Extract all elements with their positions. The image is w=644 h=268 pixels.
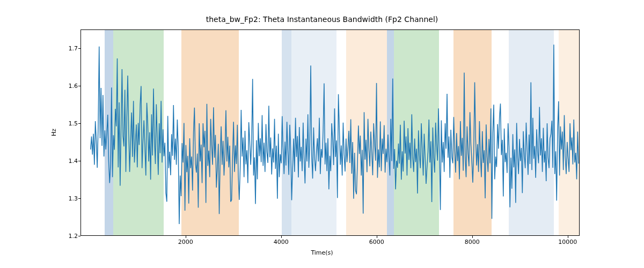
x-tick-label: 4000 xyxy=(274,239,289,245)
x-tick-mark xyxy=(472,236,473,238)
y-tick-label: 1.3 xyxy=(64,195,78,202)
y-tick-mark xyxy=(78,198,80,199)
y-tick-mark xyxy=(78,48,80,49)
y-tick-mark xyxy=(78,86,80,86)
y-tick-label: 1.7 xyxy=(64,45,78,52)
x-tick-label: 10000 xyxy=(558,239,577,245)
x-axis-label: Time(s) xyxy=(0,249,644,256)
x-tick-mark xyxy=(568,236,568,238)
y-tick-mark xyxy=(78,161,80,161)
y-tick-label: 1.6 xyxy=(64,83,78,90)
line-path xyxy=(91,44,579,224)
x-tick-label: 8000 xyxy=(465,239,480,245)
y-tick-label: 1.2 xyxy=(64,233,78,240)
x-tick-mark xyxy=(377,236,377,238)
x-tick-label: 2000 xyxy=(178,239,193,245)
chart-title: theta_bw_Fp2: Theta Instantaneous Bandwi… xyxy=(0,15,644,24)
y-tick-mark xyxy=(78,236,80,236)
x-tick-label: 6000 xyxy=(369,239,384,245)
y-tick-label: 1.5 xyxy=(64,120,78,127)
line-series xyxy=(81,30,579,235)
y-tick-label: 1.4 xyxy=(64,158,78,165)
figure: theta_bw_Fp2: Theta Instantaneous Bandwi… xyxy=(0,0,644,268)
y-axis-label: Hz xyxy=(50,129,57,136)
x-tick-mark xyxy=(281,236,282,238)
y-tick-mark xyxy=(78,123,80,124)
x-tick-mark xyxy=(186,236,186,238)
plot-area xyxy=(80,29,580,236)
